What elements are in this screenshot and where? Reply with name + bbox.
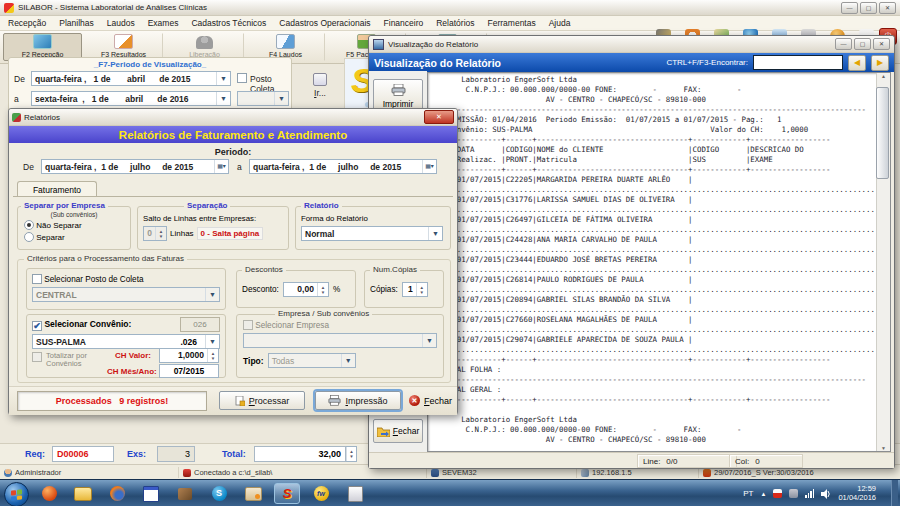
minimize-button[interactable]: — [841, 2, 858, 14]
periodo-label: Periodo: [9, 147, 457, 157]
convenio-select[interactable]: SUS-PALMA .026 ▼ [32, 334, 220, 349]
close-button[interactable]: ✕ [879, 2, 896, 14]
scroll-down-icon[interactable]: ▼ [881, 445, 886, 451]
posto-coleta-checkbox[interactable] [237, 73, 247, 83]
fechar-button[interactable]: ✕ Fechar [409, 391, 463, 410]
resultados-icon [114, 34, 133, 49]
dialog-close-icon[interactable]: ✕ [424, 110, 454, 124]
language-indicator[interactable]: PT [743, 489, 753, 498]
report-maximize-button[interactable]: ▢ [854, 38, 871, 50]
report-text: Laboratorio EngerSoft Ltda C.N.P.J.: 00.… [428, 73, 890, 445]
find-next-icon[interactable]: ▶ [871, 55, 889, 71]
taskbar-firefox-icon[interactable] [104, 483, 130, 504]
col-label: Col: [735, 457, 749, 466]
taskbar-mail-icon[interactable] [240, 483, 266, 504]
find-previous-icon[interactable]: ◀ [848, 55, 866, 71]
action-center-icon[interactable] [773, 489, 782, 498]
report-close-button[interactable]: ✕ [873, 38, 890, 50]
exs-label: Exs: [127, 449, 146, 459]
total-stepper[interactable]: ▲▼ [346, 446, 357, 462]
dialog-titlebar: Relatórios ✕ [9, 109, 457, 126]
total-field[interactable]: 32,00 [254, 446, 346, 462]
taskbar-fw-icon[interactable]: fw [308, 483, 334, 504]
taskbar-notes-icon[interactable] [342, 483, 368, 504]
find-input[interactable] [753, 55, 843, 70]
period-from-select[interactable]: quarta-feira , 1 de abril de 2015 ▼ [31, 71, 231, 86]
chevron-down-icon: ▼ [422, 334, 436, 347]
nao-separar-radio[interactable] [24, 220, 34, 230]
taskbar-list-app-icon[interactable] [138, 483, 164, 504]
req-input[interactable]: D00006 [52, 446, 114, 462]
selecionar-posto-checkbox[interactable] [32, 274, 42, 284]
start-button[interactable] [4, 482, 29, 506]
chevron-down-icon: ▼ [274, 92, 288, 105]
taskbar-silabor-icon[interactable]: S [274, 483, 300, 504]
taskbar: S S fw PT ▲ 12:5901/04/2016 [0, 479, 900, 506]
processar-label: Processar [249, 396, 290, 406]
separar-radio[interactable] [24, 232, 34, 242]
impressao-button[interactable]: Impressão [315, 391, 401, 410]
dialog-date-from[interactable]: quarta-feira , 1 de julho de 2015 ▦▾ [41, 159, 229, 174]
desconto-stepper[interactable]: 0,00▲▼ [283, 282, 329, 297]
status-connection: Conectado a c:\d_silab\ [178, 467, 272, 478]
total-label: Total: [222, 449, 246, 459]
taskbar-app-icon[interactable] [172, 483, 198, 504]
menu-planilhas[interactable]: Planilhas [59, 18, 94, 28]
report-minimize-button[interactable]: — [835, 38, 852, 50]
process-status: Processados 9 registros! [17, 391, 207, 411]
ir-button[interactable]: Ir... [300, 64, 340, 106]
posto-box: Selecionar Posto de Coleta CENTRAL ▼ [26, 268, 226, 310]
ch-mes-field[interactable]: 07/2015 [159, 364, 219, 378]
dialog-banner-text: Relatórios de Faturamento e Atendimento [119, 129, 347, 141]
menu-ferramentas[interactable]: Ferramentas [488, 18, 536, 28]
dialog-date-to[interactable]: quarta-feira , 1 de julho de 2015 ▦▾ [249, 159, 437, 174]
menu-ajuda[interactable]: Ajuda [549, 18, 571, 28]
taskbar-media-player-icon[interactable] [36, 483, 62, 504]
ch-valor-stepper[interactable]: 1,0000▲▼ [159, 348, 219, 363]
scroll-up-icon[interactable]: ▲ [881, 73, 886, 79]
menu-recepcao[interactable]: Recepção [8, 18, 46, 28]
desconto-value: 0,00 [284, 283, 317, 296]
selecionar-convenio-checkbox[interactable]: ✔ [32, 321, 42, 331]
scrollbar-thumb[interactable] [876, 87, 889, 179]
speaker-icon[interactable] [821, 489, 831, 499]
device-icon[interactable] [789, 489, 798, 498]
report-fechar-button[interactable]: Fechar [373, 419, 423, 443]
convenio-box: ✔ Selecionar Convênio: 026 SUS-PALMA .02… [26, 314, 226, 378]
menu-cadastros-tecnicos[interactable]: Cadastros Técnicos [191, 18, 266, 28]
taskbar-explorer-icon[interactable] [70, 483, 96, 504]
period-to-select[interactable]: sexta-feira , 1 de abril de 2016 ▼ [31, 91, 231, 106]
menu-exames[interactable]: Exames [148, 18, 179, 28]
report-content[interactable]: Laboratorio EngerSoft Ltda C.N.P.J.: 00.… [427, 72, 891, 452]
menu-financeiro[interactable]: Financeiro [384, 18, 424, 28]
tray-expand-icon[interactable]: ▲ [761, 491, 767, 497]
posto-select[interactable]: CENTRAL ▼ [32, 287, 220, 302]
chevron-down-icon: ▼ [216, 92, 230, 105]
process-status-text: Processados 9 registros! [56, 396, 169, 406]
period-from-value: quarta-feira , 1 de abril de 2015 [32, 74, 216, 84]
salto-linhas-stepper[interactable]: 0▲▼ [143, 226, 167, 241]
show-desktop-button[interactable] [891, 480, 898, 506]
menu-relatorios[interactable]: Relatórios [436, 18, 474, 28]
processar-button[interactable]: Processar [219, 391, 305, 410]
liberacao-icon [196, 36, 213, 49]
taskbar-skype-icon[interactable]: S [206, 483, 232, 504]
posto-coleta-select[interactable]: ▼ [237, 91, 289, 106]
separar-subtitle: (Sub convênios) [18, 211, 130, 218]
tab-faturamento[interactable]: Faturamento [17, 181, 97, 197]
forma-relatorio-select[interactable]: Normal ▼ [301, 226, 443, 241]
posto-value: CENTRAL [33, 290, 205, 300]
ch-valor-label: CH Valor: [115, 351, 151, 360]
taskbar-clock[interactable]: 12:5901/04/2016 [838, 485, 876, 502]
imprimir-label: Imprimir [383, 99, 414, 109]
copias-stepper[interactable]: 1▲▼ [402, 282, 428, 297]
dialog-date-from-value: quarta-feira , 1 de julho de 2015 [42, 162, 214, 172]
menu-cadastros-operacionais[interactable]: Cadastros Operacionais [279, 18, 370, 28]
maximize-button[interactable]: ▢ [860, 2, 877, 14]
network-bars-icon[interactable] [805, 489, 814, 498]
salta-pagina-hint: 0 - Salta página [197, 227, 264, 240]
calendar-icon: ▦▾ [422, 160, 436, 173]
menu-laudos[interactable]: Laudos [107, 18, 135, 28]
report-scrollbar[interactable]: ▲ ▼ [876, 73, 890, 451]
separacao-group: Separação Salto de Linhas entre Empresas… [137, 206, 289, 250]
